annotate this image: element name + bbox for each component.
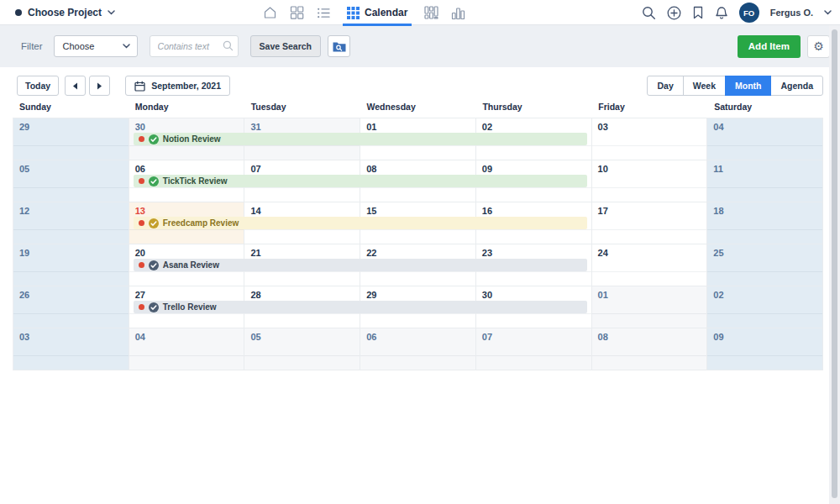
- date-picker-button[interactable]: September, 2021: [125, 76, 230, 96]
- filter-select-value: Choose: [63, 41, 95, 51]
- event-title: Asana Review: [163, 260, 219, 270]
- weekday-header: Monday: [129, 102, 244, 118]
- user-menu-chevron-icon[interactable]: [824, 10, 832, 15]
- calendar-week-row: 12131415161718Freedcamp Review: [13, 202, 823, 244]
- navbar-right-actions: FO Fergus O.: [642, 0, 832, 25]
- calendar-day-cell[interactable]: 09: [707, 328, 823, 370]
- calendar-day-cell[interactable]: 26: [13, 286, 129, 328]
- event-title: TickTick Review: [163, 176, 228, 186]
- completed-check-icon: [149, 302, 159, 312]
- day-number: 04: [129, 328, 244, 342]
- calendar-day-cell[interactable]: 11: [707, 160, 823, 202]
- day-number: 07: [244, 160, 360, 174]
- calendar-day-cell[interactable]: 05: [13, 160, 129, 202]
- main-nav-tabs: Calendar: [263, 0, 465, 25]
- task-list-icon: [317, 7, 330, 19]
- search-button[interactable]: [642, 6, 656, 20]
- bookmarks-button[interactable]: [692, 6, 704, 19]
- priority-dot: [139, 136, 144, 142]
- calendar-event[interactable]: Freedcamp Review: [134, 217, 587, 229]
- tasks-tab[interactable]: [317, 0, 330, 25]
- calendar-day-cell[interactable]: 04: [129, 328, 245, 370]
- calendar-day-cell[interactable]: 25: [707, 244, 823, 286]
- vertical-scrollbar[interactable]: [829, 25, 840, 504]
- calendar-day-cell[interactable]: 03: [592, 118, 708, 160]
- calendar-day-cell[interactable]: 29: [13, 118, 129, 160]
- day-number: 05: [13, 160, 129, 174]
- calendar-tab[interactable]: Calendar: [343, 0, 412, 25]
- day-number: 19: [13, 244, 129, 258]
- day-number: 29: [360, 286, 475, 300]
- view-month-button[interactable]: Month: [725, 76, 772, 96]
- calendar-day-cell[interactable]: 19: [13, 244, 129, 286]
- calendar-day-cell[interactable]: 05: [244, 328, 360, 370]
- completed-check-icon: [149, 134, 159, 144]
- calendar-event[interactable]: Trello Review: [134, 301, 587, 313]
- notifications-button[interactable]: [715, 6, 728, 20]
- reports-tab[interactable]: [451, 0, 465, 25]
- calendar-day-cell[interactable]: 07: [476, 328, 592, 370]
- input-search-icon: [223, 40, 234, 51]
- day-number: 11: [707, 160, 822, 174]
- day-number: 29: [13, 118, 129, 132]
- calendar-day-cell[interactable]: 02: [707, 286, 823, 328]
- widgets-tab[interactable]: [290, 0, 304, 25]
- calendar-day-cell[interactable]: 17: [592, 202, 708, 244]
- save-search-button[interactable]: Save Search: [250, 35, 321, 57]
- top-navbar: Choose Project Calendar: [0, 0, 840, 25]
- weekday-header: Tuesday: [244, 102, 360, 118]
- prev-month-button[interactable]: [65, 76, 86, 96]
- day-number: 28: [244, 286, 360, 300]
- calendar-week-row: 19202122232425Asana Review: [13, 244, 823, 286]
- saved-searches-button[interactable]: [328, 35, 350, 57]
- home-tab[interactable]: [263, 0, 277, 25]
- day-number: 23: [476, 244, 591, 258]
- weekday-header: Thursday: [475, 102, 591, 118]
- day-number: 25: [707, 244, 822, 258]
- scrollbar-thumb[interactable]: [832, 29, 837, 498]
- view-agenda-button[interactable]: Agenda: [770, 76, 823, 96]
- project-selector-label: Choose Project: [28, 7, 102, 18]
- completed-check-icon: [149, 260, 159, 270]
- calendar-day-cell[interactable]: 03: [13, 328, 129, 370]
- filter-select[interactable]: Choose: [54, 35, 138, 57]
- day-number: 09: [707, 328, 822, 342]
- day-number: 26: [13, 286, 129, 300]
- add-item-button[interactable]: Add Item: [738, 35, 801, 58]
- next-month-button[interactable]: [89, 76, 110, 96]
- view-day-button[interactable]: Day: [647, 76, 683, 96]
- calendar-day-cell[interactable]: 06: [360, 328, 476, 370]
- calendar-day-cell[interactable]: 01: [592, 286, 708, 328]
- day-number: 07: [476, 328, 591, 342]
- day-number: 08: [360, 160, 475, 174]
- calendar-day-cell[interactable]: 12: [13, 202, 129, 244]
- calendar-day-cell[interactable]: 24: [592, 244, 708, 286]
- project-selector[interactable]: Choose Project: [0, 7, 115, 18]
- calendar-day-cell[interactable]: 18: [707, 202, 823, 244]
- calendar-day-cell[interactable]: 08: [592, 328, 708, 370]
- day-number: 27: [129, 286, 244, 300]
- quick-add-button[interactable]: [667, 6, 681, 20]
- user-avatar[interactable]: FO: [739, 3, 759, 23]
- calendar-day-cell[interactable]: 10: [592, 160, 708, 202]
- day-number: 03: [13, 328, 129, 342]
- calendar-event[interactable]: Asana Review: [134, 259, 587, 271]
- view-week-button[interactable]: Week: [683, 76, 726, 96]
- view-switcher: Day Week Month Agenda: [647, 76, 823, 96]
- calendar-event[interactable]: Notion Review: [134, 133, 587, 145]
- completed-check-icon: [149, 218, 159, 228]
- today-button[interactable]: Today: [17, 76, 59, 96]
- day-number: 12: [13, 202, 129, 216]
- calendar-day-cell[interactable]: 04: [707, 118, 823, 160]
- day-number: 05: [244, 328, 360, 342]
- calendar-event[interactable]: TickTick Review: [134, 175, 587, 187]
- user-name[interactable]: Fergus O.: [770, 8, 813, 18]
- day-number: 09: [476, 160, 591, 174]
- settings-button[interactable]: ⚙: [807, 35, 830, 58]
- kanban-tab[interactable]: [424, 0, 438, 25]
- priority-dot: [139, 304, 144, 310]
- gear-icon: ⚙: [813, 39, 824, 53]
- arrow-right-icon: [97, 82, 102, 90]
- chevron-down-icon: [123, 44, 130, 49]
- arrow-left-icon: [72, 82, 78, 90]
